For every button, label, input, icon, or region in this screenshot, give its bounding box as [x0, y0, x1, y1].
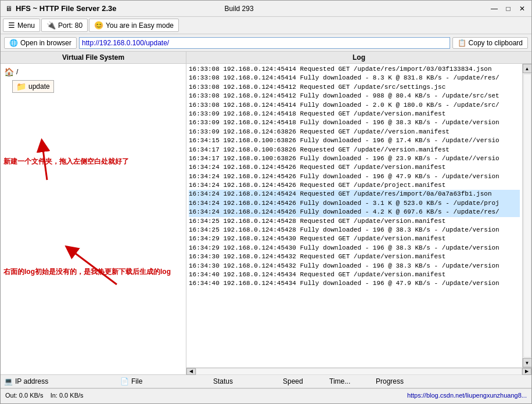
log-line: 16:34:24 192.168.0.124:45426 Fully downl… [189, 172, 520, 181]
out-speed: Out: 0.0 KB/s [5, 392, 43, 399]
scroll-left-arrow[interactable]: ◀ [186, 368, 196, 375]
in-speed: In: 0.0 KB/s [51, 392, 84, 399]
open-browser-label: Open in browser [20, 39, 71, 47]
log-line: 16:34:30 192.168.0.124:45432 Requested G… [189, 252, 520, 261]
minimize-button[interactable]: — [490, 4, 499, 13]
log-header: Log [186, 52, 531, 64]
col-progress-label: Progress [376, 377, 404, 385]
copy-label: Copy to clipboard [469, 39, 523, 47]
mode-button[interactable]: 😊 You are in Easy mode [89, 19, 179, 32]
app-title: HFS ~ HTTP File Server 2.3e [16, 4, 117, 13]
col-ip: 💻 IP address [4, 377, 120, 385]
scroll-track[interactable] [523, 74, 531, 358]
statusbar-link[interactable]: https://blog.csdn.net/liupengxunzhuang8.… [407, 392, 527, 399]
log-line: 16:34:24 192.168.0.124:45424 Requested G… [189, 190, 520, 199]
statusbar-left: Out: 0.0 KB/s In: 0.0 KB/s [5, 392, 84, 399]
vfs-content: 🏠 / 📁 update [1, 64, 186, 374]
url-input[interactable] [79, 37, 450, 49]
menu-icon: ☰ [8, 21, 15, 30]
col-file-label: File [131, 377, 142, 385]
col-time: Time... [329, 377, 376, 385]
log-line: 16:33:08 192.168.0.124:45412 Requested G… [189, 83, 520, 92]
log-line: 16:34:24 192.168.0.124:45426 Fully downl… [189, 208, 520, 217]
col-progress: Progress [376, 377, 528, 385]
col-file: 📄 File [120, 377, 213, 385]
folder-icon: 📁 [16, 82, 26, 91]
vfs-folder-label: update [28, 82, 50, 91]
col-time-label: Time... [329, 377, 350, 385]
svg-line-1 [70, 250, 117, 284]
log-line: 16:33:08 192.168.0.124:45414 Fully downl… [189, 74, 520, 82]
log-line: 16:34:25 192.168.0.124:45428 Fully downl… [189, 226, 520, 235]
addressbar: 🌐 Open in browser 📋 Copy to clipboard [1, 34, 531, 52]
log-scrollbar-vertical[interactable]: ▲ ▼ [522, 64, 531, 367]
table-header: 💻 IP address 📄 File Status Speed Time...… [1, 374, 531, 388]
log-line: 16:34:40 192.168.0.124:45434 Fully downl… [189, 279, 520, 288]
log-panel: Log 16:33:08 192.168.0.124:45414 Request… [186, 52, 531, 374]
close-button[interactable]: ✕ [517, 4, 527, 13]
vfs-header: Virtual File System [1, 52, 186, 64]
computer-icon: 💻 [4, 377, 13, 385]
port-label: Port: 80 [58, 21, 82, 30]
scroll-htrack[interactable] [196, 368, 522, 375]
mode-label: You are in Easy mode [106, 21, 174, 30]
vfs-folder-update[interactable]: 📁 update [12, 80, 54, 93]
log-line: 16:33:09 192.168.0.124:45418 Fully downl… [189, 118, 520, 127]
open-browser-button[interactable]: 🌐 Open in browser [4, 37, 77, 49]
scroll-right-arrow[interactable]: ▶ [522, 368, 531, 375]
vfs-root-item[interactable]: 🏠 / [3, 66, 184, 78]
titlebar: 🖥 HFS ~ HTTP File Server 2.3e Build 293 … [1, 1, 531, 17]
log-line: 16:34:17 192.168.0.100:63826 Fully downl… [189, 154, 520, 163]
vfs-root-label: / [16, 68, 18, 76]
vfs-panel: Virtual File System 🏠 / 📁 update [1, 52, 186, 374]
log-content[interactable]: 16:33:08 192.168.0.124:45414 Requested G… [186, 64, 522, 367]
log-line: 16:33:09 192.168.0.124:63826 Requested G… [189, 128, 520, 136]
log-line: 16:34:30 192.168.0.124:45432 Fully downl… [189, 262, 520, 270]
svg-line-0 [42, 145, 47, 180]
col-status-label: Status [213, 377, 233, 385]
scroll-up-arrow[interactable]: ▲ [523, 64, 532, 73]
port-icon: 🔌 [46, 21, 56, 30]
copy-icon: 📋 [458, 39, 466, 47]
log-scrollbar-horizontal[interactable]: ◀ ▶ [186, 367, 531, 374]
titlebar-controls: — □ ✕ [490, 4, 527, 13]
annotation-arrow [1, 64, 186, 374]
main-area: Virtual File System 🏠 / 📁 update [1, 52, 531, 374]
menu-label: Menu [17, 21, 35, 30]
log-line: 16:33:08 192.168.0.124:45412 Fully downl… [189, 92, 520, 100]
maximize-button[interactable]: □ [504, 4, 513, 13]
titlebar-left: 🖥 HFS ~ HTTP File Server 2.3e Build 293 [5, 4, 254, 13]
statusbar: Out: 0.0 KB/s In: 0.0 KB/s https://blog.… [1, 388, 531, 401]
app-icon: 🖥 [5, 5, 12, 13]
log-inner: 16:33:08 192.168.0.124:45414 Requested G… [186, 64, 531, 367]
build-info: Build 293 [225, 5, 254, 13]
col-speed-label: Speed [283, 377, 303, 385]
log-line: 16:34:17 192.168.0.100:63826 Requested G… [189, 146, 520, 154]
annotation-text-2: 右面的log初始是没有的，是我热更新下载后生成的log [3, 267, 171, 277]
copy-to-clipboard-button[interactable]: 📋 Copy to clipboard [452, 37, 528, 49]
home-icon: 🏠 [4, 67, 14, 77]
log-line: 16:34:24 192.168.0.124:45426 Requested G… [189, 181, 520, 190]
col-ip-label: IP address [15, 377, 48, 385]
mode-icon: 😊 [94, 21, 103, 30]
log-line: 16:33:08 192.168.0.124:45414 Fully downl… [189, 101, 520, 110]
log-line: 16:34:24 192.168.0.124:45426 Requested G… [189, 163, 520, 172]
log-line: 16:34:24 192.168.0.124:45426 Fully downl… [189, 199, 520, 208]
log-line: 16:34:25 192.168.0.124:45428 Requested G… [189, 217, 520, 226]
file-icon: 📄 [120, 377, 129, 385]
annotation-text-1: 新建一个文件夹，拖入左侧空白处就好了 [3, 157, 129, 167]
col-speed: Speed [283, 377, 329, 385]
port-button[interactable]: 🔌 Port: 80 [41, 19, 88, 32]
log-line: 16:34:40 192.168.0.124:45434 Requested G… [189, 270, 520, 279]
log-line: 16:33:09 192.168.0.124:45418 Requested G… [189, 110, 520, 118]
log-line: 16:33:08 192.168.0.124:45414 Requested G… [189, 65, 520, 74]
log-line: 16:34:29 192.168.0.124:45430 Requested G… [189, 235, 520, 243]
scroll-down-arrow[interactable]: ▼ [523, 358, 532, 367]
menubar: ☰ Menu 🔌 Port: 80 😊 You are in Easy mode [1, 17, 531, 34]
open-browser-icon: 🌐 [9, 39, 18, 47]
log-line: 16:34:29 192.168.0.124:45430 Fully downl… [189, 244, 520, 252]
menu-button[interactable]: ☰ Menu [3, 19, 40, 32]
log-line: 16:34:15 192.168.0.100:63826 Fully downl… [189, 136, 520, 145]
col-status: Status [213, 377, 283, 385]
